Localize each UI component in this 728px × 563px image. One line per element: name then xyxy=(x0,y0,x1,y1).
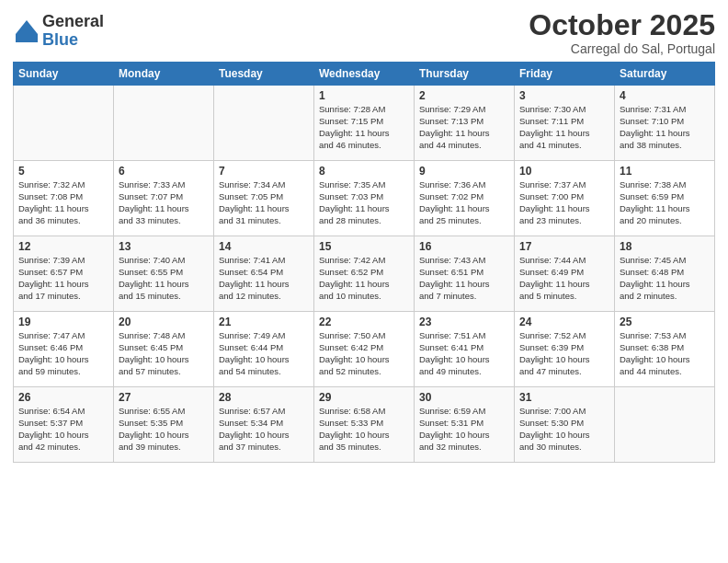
table-row: 23Sunrise: 7:51 AM Sunset: 6:41 PM Dayli… xyxy=(415,312,515,387)
table-row: 9Sunrise: 7:36 AM Sunset: 7:02 PM Daylig… xyxy=(415,161,515,236)
table-row xyxy=(214,86,314,161)
day-info: Sunrise: 7:44 AM Sunset: 6:49 PM Dayligh… xyxy=(519,255,609,302)
day-number: 17 xyxy=(519,240,609,253)
day-info: Sunrise: 7:31 AM Sunset: 7:10 PM Dayligh… xyxy=(620,104,710,151)
table-row: 15Sunrise: 7:42 AM Sunset: 6:52 PM Dayli… xyxy=(314,236,415,312)
day-number: 13 xyxy=(119,240,209,253)
day-info: Sunrise: 7:47 AM Sunset: 6:46 PM Dayligh… xyxy=(18,330,108,377)
day-number: 22 xyxy=(319,316,409,328)
day-number: 1 xyxy=(319,89,409,102)
table-row: 3Sunrise: 7:30 AM Sunset: 7:11 PM Daylig… xyxy=(515,86,615,161)
day-info: Sunrise: 6:54 AM Sunset: 5:37 PM Dayligh… xyxy=(18,406,108,453)
day-number: 20 xyxy=(119,316,209,328)
table-row: 18Sunrise: 7:45 AM Sunset: 6:48 PM Dayli… xyxy=(615,236,715,312)
table-row: 5Sunrise: 7:32 AM Sunset: 7:08 PM Daylig… xyxy=(14,161,114,236)
svg-rect-1 xyxy=(16,34,38,42)
table-row: 26Sunrise: 6:54 AM Sunset: 5:37 PM Dayli… xyxy=(14,387,114,463)
day-number: 5 xyxy=(18,165,108,178)
col-sunday: Sunday xyxy=(14,63,114,86)
table-row xyxy=(615,387,715,463)
day-info: Sunrise: 7:32 AM Sunset: 7:08 PM Dayligh… xyxy=(18,179,108,226)
day-number: 18 xyxy=(620,240,710,253)
table-row: 7Sunrise: 7:34 AM Sunset: 7:05 PM Daylig… xyxy=(214,161,314,236)
calendar-week-0: 1Sunrise: 7:28 AM Sunset: 7:15 PM Daylig… xyxy=(14,86,715,161)
col-thursday: Thursday xyxy=(415,63,515,86)
day-number: 6 xyxy=(119,165,209,178)
table-row: 8Sunrise: 7:35 AM Sunset: 7:03 PM Daylig… xyxy=(314,161,415,236)
day-number: 19 xyxy=(18,316,108,328)
table-row: 27Sunrise: 6:55 AM Sunset: 5:35 PM Dayli… xyxy=(114,387,214,463)
table-row: 22Sunrise: 7:50 AM Sunset: 6:42 PM Dayli… xyxy=(314,312,415,387)
table-row: 12Sunrise: 7:39 AM Sunset: 6:57 PM Dayli… xyxy=(14,236,114,312)
table-row: 25Sunrise: 7:53 AM Sunset: 6:38 PM Dayli… xyxy=(615,312,715,387)
calendar-week-4: 26Sunrise: 6:54 AM Sunset: 5:37 PM Dayli… xyxy=(14,387,715,463)
day-number: 8 xyxy=(319,165,409,178)
table-row: 16Sunrise: 7:43 AM Sunset: 6:51 PM Dayli… xyxy=(415,236,515,312)
day-info: Sunrise: 7:33 AM Sunset: 7:07 PM Dayligh… xyxy=(119,179,209,226)
logo-general: General xyxy=(42,13,104,31)
day-number: 10 xyxy=(519,165,609,178)
table-row: 29Sunrise: 6:58 AM Sunset: 5:33 PM Dayli… xyxy=(314,387,415,463)
day-info: Sunrise: 7:38 AM Sunset: 6:59 PM Dayligh… xyxy=(620,179,710,226)
day-number: 23 xyxy=(419,316,509,328)
day-info: Sunrise: 7:51 AM Sunset: 6:41 PM Dayligh… xyxy=(419,330,509,377)
table-row: 24Sunrise: 7:52 AM Sunset: 6:39 PM Dayli… xyxy=(515,312,615,387)
col-friday: Friday xyxy=(515,63,615,86)
table-row: 6Sunrise: 7:33 AM Sunset: 7:07 PM Daylig… xyxy=(114,161,214,236)
day-info: Sunrise: 7:40 AM Sunset: 6:55 PM Dayligh… xyxy=(119,255,209,302)
day-number: 11 xyxy=(620,165,710,178)
day-number: 12 xyxy=(18,240,108,253)
location-title: Carregal do Sal, Portugal xyxy=(529,41,715,56)
day-number: 14 xyxy=(219,240,309,253)
calendar-week-2: 12Sunrise: 7:39 AM Sunset: 6:57 PM Dayli… xyxy=(14,236,715,312)
day-info: Sunrise: 7:30 AM Sunset: 7:11 PM Dayligh… xyxy=(519,104,609,151)
table-row: 20Sunrise: 7:48 AM Sunset: 6:45 PM Dayli… xyxy=(114,312,214,387)
col-monday: Monday xyxy=(114,63,214,86)
month-title: October 2025 xyxy=(529,9,715,41)
calendar-header-row: Sunday Monday Tuesday Wednesday Thursday… xyxy=(14,63,715,86)
calendar-table: Sunday Monday Tuesday Wednesday Thursday… xyxy=(13,62,715,463)
table-row xyxy=(14,86,114,161)
day-number: 9 xyxy=(419,165,509,178)
day-number: 26 xyxy=(18,391,108,404)
day-info: Sunrise: 7:49 AM Sunset: 6:44 PM Dayligh… xyxy=(219,330,309,377)
logo-text: General Blue xyxy=(42,13,104,50)
day-number: 7 xyxy=(219,165,309,178)
day-info: Sunrise: 6:59 AM Sunset: 5:31 PM Dayligh… xyxy=(419,406,509,453)
day-number: 28 xyxy=(219,391,309,404)
day-info: Sunrise: 7:50 AM Sunset: 6:42 PM Dayligh… xyxy=(319,330,409,377)
title-block: October 2025 Carregal do Sal, Portugal xyxy=(529,9,715,56)
day-info: Sunrise: 7:39 AM Sunset: 6:57 PM Dayligh… xyxy=(18,255,108,302)
table-row: 10Sunrise: 7:37 AM Sunset: 7:00 PM Dayli… xyxy=(515,161,615,236)
calendar-week-1: 5Sunrise: 7:32 AM Sunset: 7:08 PM Daylig… xyxy=(14,161,715,236)
day-number: 25 xyxy=(620,316,710,328)
table-row: 11Sunrise: 7:38 AM Sunset: 6:59 PM Dayli… xyxy=(615,161,715,236)
col-tuesday: Tuesday xyxy=(214,63,314,86)
day-info: Sunrise: 7:37 AM Sunset: 7:00 PM Dayligh… xyxy=(519,179,609,226)
day-info: Sunrise: 7:36 AM Sunset: 7:02 PM Dayligh… xyxy=(419,179,509,226)
col-saturday: Saturday xyxy=(615,63,715,86)
table-row: 17Sunrise: 7:44 AM Sunset: 6:49 PM Dayli… xyxy=(515,236,615,312)
day-info: Sunrise: 6:58 AM Sunset: 5:33 PM Dayligh… xyxy=(319,406,409,453)
day-info: Sunrise: 7:43 AM Sunset: 6:51 PM Dayligh… xyxy=(419,255,509,302)
table-row: 1Sunrise: 7:28 AM Sunset: 7:15 PM Daylig… xyxy=(314,86,415,161)
day-info: Sunrise: 7:52 AM Sunset: 6:39 PM Dayligh… xyxy=(519,330,609,377)
day-info: Sunrise: 7:28 AM Sunset: 7:15 PM Dayligh… xyxy=(319,104,409,151)
svg-marker-0 xyxy=(16,20,38,34)
table-row: 30Sunrise: 6:59 AM Sunset: 5:31 PM Dayli… xyxy=(415,387,515,463)
day-info: Sunrise: 7:00 AM Sunset: 5:30 PM Dayligh… xyxy=(519,406,609,453)
day-info: Sunrise: 7:29 AM Sunset: 7:13 PM Dayligh… xyxy=(419,104,509,151)
day-number: 29 xyxy=(319,391,409,404)
table-row: 19Sunrise: 7:47 AM Sunset: 6:46 PM Dayli… xyxy=(14,312,114,387)
day-number: 21 xyxy=(219,316,309,328)
day-info: Sunrise: 7:35 AM Sunset: 7:03 PM Dayligh… xyxy=(319,179,409,226)
day-number: 4 xyxy=(620,89,710,102)
calendar-week-3: 19Sunrise: 7:47 AM Sunset: 6:46 PM Dayli… xyxy=(14,312,715,387)
day-number: 31 xyxy=(519,391,609,404)
table-row: 28Sunrise: 6:57 AM Sunset: 5:34 PM Dayli… xyxy=(214,387,314,463)
day-info: Sunrise: 6:55 AM Sunset: 5:35 PM Dayligh… xyxy=(119,406,209,453)
day-info: Sunrise: 7:48 AM Sunset: 6:45 PM Dayligh… xyxy=(119,330,209,377)
day-number: 3 xyxy=(519,89,609,102)
page: General Blue October 2025 Carregal do Sa… xyxy=(0,0,728,563)
day-number: 24 xyxy=(519,316,609,328)
